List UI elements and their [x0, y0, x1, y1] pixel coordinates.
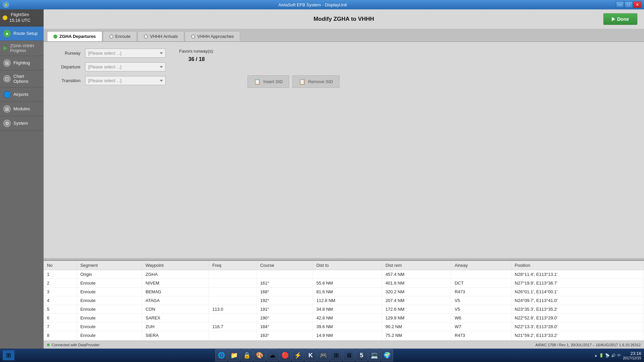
taskbar-app-5[interactable]: 5 [356, 349, 368, 361]
close-button[interactable]: ✕ [633, 1, 641, 8]
taskbar-app-game[interactable]: 🎮 [317, 349, 329, 361]
departure-label: Departure [50, 64, 80, 69]
runway-select-wrapper: [Please select ...] [85, 49, 166, 58]
sidebar-clock: FlightSim 15:16 UTC [0, 9, 44, 26]
transition-row: Transition [Please select ...] [50, 76, 166, 85]
minimize-button[interactable]: — [616, 1, 624, 8]
table-row[interactable]: 5EnrouteCON113.0191°34.8 NM172.6 NMV5N23… [44, 305, 644, 314]
col-no: No [44, 261, 77, 270]
col-position: Position [511, 261, 644, 270]
departure-select[interactable]: [Please select ...] [85, 62, 166, 71]
status-bar: Connected with DataProvider AIRAC 1708 /… [44, 341, 644, 349]
sidebar-item-route-setup[interactable]: ● Route Setup [0, 26, 44, 41]
taskbar-app-security[interactable]: 🔒 [241, 349, 253, 361]
sidebar-item-chart-options[interactable]: ⊡ Chart Options [0, 70, 44, 87]
sidebar-item-modules[interactable]: ⊞ Modules [0, 102, 44, 116]
table-row[interactable]: 2EnrouteNIVEM161°55.6 NM401.8 NMDCTN27°1… [44, 279, 644, 288]
tab-zgha-departures[interactable]: ZGHA Departures [47, 31, 102, 41]
tabs-bar: ZGHA Departures Enroute VHHH Arrivals VH… [44, 29, 644, 42]
chart-options-label: Chart Options [13, 74, 40, 84]
title-bar: ⚡ AivlaSoft EFB System - DisplayUnit — □… [0, 0, 644, 9]
tab-dot-approaches [191, 35, 195, 39]
taskbar-app-monitor[interactable]: 🖥 [343, 349, 355, 361]
table-header-row: No Segment Waypoint Freq Course Dist to … [44, 261, 644, 270]
system-icon: ⚙ [3, 120, 11, 127]
taskbar-app-grid[interactable]: ⊞ [330, 349, 342, 361]
transition-label: Transition [50, 78, 80, 83]
tab-vhhh-approaches[interactable]: VHHH Approaches [185, 31, 240, 41]
sidebar: FlightSim 15:16 UTC ● Route Setup ZGHA-V… [0, 9, 44, 349]
start-button[interactable]: ⊞ [3, 350, 14, 360]
remove-sid-button[interactable]: 📋 Remove SID [292, 75, 339, 88]
taskbar-app-explorer[interactable]: 📁 [228, 349, 240, 361]
taskbar-app-paint[interactable]: 🎨 [254, 349, 266, 361]
departure-row: Departure [Please select ...] [50, 62, 166, 71]
sidebar-item-airports[interactable]: 🌐 Airports [0, 87, 44, 102]
route-setup-icon: ● [3, 30, 11, 37]
app-icon: ⚡ [3, 1, 9, 8]
done-button[interactable]: Done [603, 13, 637, 25]
windows-logo: ⊞ [6, 352, 11, 359]
flightlog-icon: ⊞ [3, 59, 11, 67]
maximize-button[interactable]: □ [625, 1, 633, 8]
sidebar-item-flightlog[interactable]: ⊞ Flightlog [0, 56, 44, 70]
table-row[interactable]: 3EnrouteBEMAG168°81.6 NM320.2 NMR473N26°… [44, 288, 644, 296]
sidebar-item-system[interactable]: ⚙ System [0, 116, 44, 131]
taskbar-app-k[interactable]: K [305, 349, 317, 361]
transition-select-wrapper: [Please select ...] [85, 76, 166, 85]
taskbar-app-cloud[interactable]: ☁ [266, 349, 278, 361]
favors-runway-value: 36 / 18 [189, 56, 205, 62]
insert-sid-button[interactable]: 📋 Insert SID [248, 75, 289, 88]
taskbar-app-laptop[interactable]: 💻 [368, 349, 380, 361]
taskbar-app-red[interactable]: 🔴 [279, 349, 291, 361]
progress-label: ZGHA-VHHH Progress [10, 44, 40, 53]
col-freq: Freq [209, 261, 257, 270]
form-fields: Runway [Please select ...] Departure [50, 49, 166, 88]
status-left: Connected with DataProvider [47, 343, 100, 347]
runway-info: Favors runway(s): 36 / 18 [179, 49, 214, 88]
done-icon [612, 17, 615, 21]
col-dist-to: Dist to [313, 261, 382, 270]
system-tray: ▲ 🔋 📡 🔊 中 [594, 353, 621, 358]
remove-sid-icon: 📋 [299, 78, 306, 85]
col-dist-rem: Dist rem [382, 261, 451, 270]
progress-icon [3, 46, 7, 51]
tab-vhhh-arrivals[interactable]: VHHH Arrivals [138, 31, 184, 41]
runway-label: Runway [50, 51, 80, 56]
departure-form: Runway [Please select ...] Departure [50, 49, 637, 88]
table-row[interactable]: 4EnrouteATAGA192°112.8 NM207.4 NMV5N24°0… [44, 296, 644, 305]
sidebar-item-progress[interactable]: ZGHA-VHHH Progress [0, 41, 44, 56]
sid-buttons: 📋 Insert SID 📋 Remove SID [248, 75, 339, 88]
taskbar-apps: 🌐 📁 🔒 🎨 ☁ 🔴 ⚡ K 🎮 ⊞ 🖥 5 💻 🌍 [215, 349, 393, 361]
sim-label: FlightSim [9, 12, 31, 18]
page-title: Modify ZGHA to VHHH [246, 16, 441, 22]
airports-label: Airports [13, 92, 29, 97]
taskbar-app-ie[interactable]: 🌐 [215, 349, 227, 361]
airports-icon: 🌐 [3, 91, 11, 98]
tab-enroute[interactable]: Enroute [103, 31, 137, 41]
col-waypoint: Waypoint [142, 261, 209, 270]
table-scroll[interactable]: No Segment Waypoint Freq Course Dist to … [44, 261, 644, 341]
main-panel: Runway [Please select ...] Departure [44, 42, 644, 258]
transition-select[interactable]: [Please select ...] [85, 76, 166, 85]
connection-status: Connected with DataProvider [52, 343, 100, 347]
taskbar-app-yellow[interactable]: ⚡ [292, 349, 304, 361]
taskbar-time[interactable]: 23:16 2017/12/15 [623, 351, 641, 360]
table-row[interactable]: 8EnrouteSIERA163°14.9 NM75.2 NMR473N21°5… [44, 331, 644, 340]
col-segment: Segment [77, 261, 142, 270]
runway-row: Runway [Please select ...] [50, 49, 166, 58]
table-row[interactable]: 6EnrouteSAREX190°42.8 NM129.8 NMW6N22°52… [44, 314, 644, 322]
window-controls: — □ ✕ [616, 1, 641, 8]
table-row[interactable]: 1OriginZGHA457.4 NMN28°11.4', E113°13.1' [44, 270, 644, 279]
table-row[interactable]: 7EnrouteZUH116.7184°39.6 NM90.2 NMW7N22°… [44, 322, 644, 331]
sid-buttons-area: 📋 Insert SID 📋 Remove SID [248, 62, 339, 88]
route-setup-label: Route Setup [13, 31, 38, 36]
runway-select[interactable]: [Please select ...] [85, 49, 166, 58]
favors-runway-label: Favors runway(s): [179, 49, 214, 54]
sim-time: 15:16 UTC [9, 18, 31, 23]
page-header: Modify ZGHA to VHHH Done [44, 9, 644, 29]
taskbar-app-globe[interactable]: 🌍 [381, 349, 393, 361]
system-label: System [13, 121, 28, 126]
tab-dot-arrivals [144, 35, 148, 39]
modules-label: Modules [13, 106, 30, 111]
